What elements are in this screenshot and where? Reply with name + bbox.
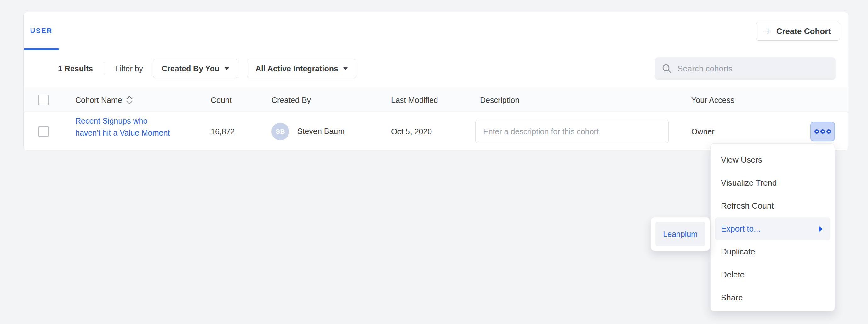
- column-header-last-modified: Last Modified: [391, 96, 438, 105]
- export-submenu: Leanplum: [651, 217, 710, 251]
- create-cohort-button[interactable]: + Create Cohort: [756, 22, 840, 41]
- menu-item-share[interactable]: Share: [711, 286, 835, 309]
- creator-name: Steven Baum: [297, 127, 345, 136]
- cohorts-panel: USER + Create Cohort 1 Results Filter by…: [23, 12, 848, 150]
- row-actions-menu: View Users Visualize Trend Refresh Count…: [710, 143, 835, 312]
- access-level: Owner: [691, 127, 715, 136]
- filter-by-label: Filter by: [115, 64, 143, 73]
- select-all-checkbox[interactable]: [38, 95, 49, 105]
- column-header-created-by: Created By: [272, 96, 311, 105]
- ellipsis-icon: [827, 129, 831, 134]
- search-cohorts-box[interactable]: [655, 57, 836, 80]
- tab-user[interactable]: USER: [24, 12, 59, 49]
- menu-item-refresh-count[interactable]: Refresh Count: [711, 194, 835, 217]
- last-modified-date: Oct 5, 2020: [391, 127, 432, 136]
- more-actions-button[interactable]: [810, 122, 835, 141]
- column-header-your-access: Your Access: [691, 96, 735, 105]
- column-header-cohort-name[interactable]: Cohort Name: [75, 95, 133, 105]
- menu-item-delete[interactable]: Delete: [711, 263, 835, 286]
- filter-toolbar: 1 Results Filter by Created By You All A…: [24, 49, 848, 88]
- integrations-filter-label: All Active Integrations: [255, 64, 338, 73]
- chevron-down-icon: [343, 67, 348, 70]
- tab-user-label: USER: [30, 27, 52, 35]
- chevron-down-icon: [224, 67, 229, 70]
- ellipsis-icon: [820, 129, 825, 134]
- results-count: 1 Results: [58, 64, 93, 73]
- row-checkbox[interactable]: [38, 126, 49, 137]
- menu-item-export-to[interactable]: Export to...: [715, 217, 830, 240]
- integrations-filter-dropdown[interactable]: All Active Integrations: [247, 59, 356, 78]
- submenu-arrow-icon: [818, 226, 823, 232]
- ellipsis-icon: [814, 129, 819, 134]
- cohort-name-link[interactable]: Recent Signups who haven't hit a Value M…: [75, 115, 173, 139]
- avatar: SB: [272, 123, 289, 140]
- tab-bar: USER + Create Cohort: [24, 12, 848, 49]
- column-header-count: Count: [211, 96, 232, 105]
- cohort-count: 16,872: [211, 127, 235, 136]
- menu-item-duplicate[interactable]: Duplicate: [711, 240, 835, 263]
- description-input[interactable]: [475, 120, 669, 143]
- search-icon: [662, 64, 672, 74]
- created-by-filter-label: Created By You: [161, 64, 219, 73]
- plus-icon: +: [765, 26, 771, 36]
- table-header-row: Cohort Name Count Created By Last Modifi…: [24, 88, 848, 112]
- create-cohort-label: Create Cohort: [776, 27, 831, 36]
- created-by-cell: SB Steven Baum: [272, 123, 345, 140]
- submenu-item-leanplum[interactable]: Leanplum: [655, 222, 705, 246]
- column-header-description: Description: [480, 96, 519, 105]
- sort-icon: [126, 95, 133, 105]
- created-by-filter-dropdown[interactable]: Created By You: [153, 59, 238, 78]
- menu-item-view-users[interactable]: View Users: [711, 148, 835, 172]
- toolbar-divider: [104, 62, 104, 75]
- menu-item-visualize-trend[interactable]: Visualize Trend: [711, 172, 835, 194]
- search-input[interactable]: [678, 64, 829, 74]
